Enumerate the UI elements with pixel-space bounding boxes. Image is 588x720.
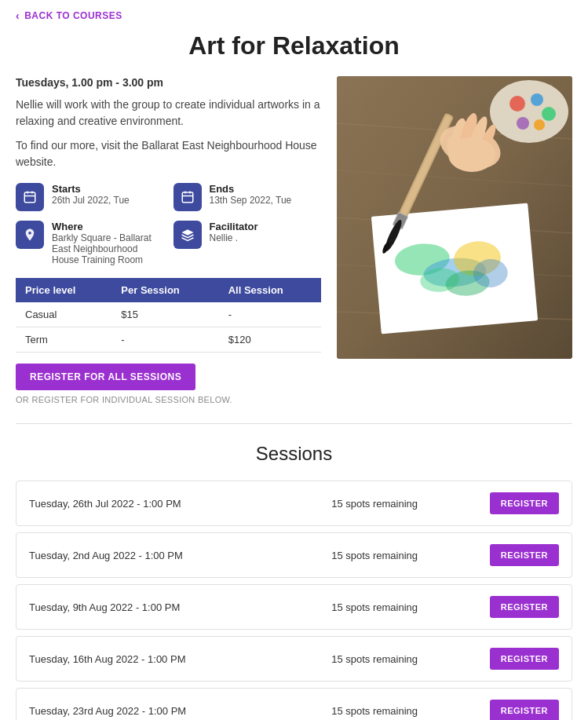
register-session-button[interactable]: REGISTER [490,648,559,670]
ends-label: Ends [210,183,292,195]
back-to-courses-link[interactable]: ‹ BACK TO COURSES [0,0,588,31]
location-icon [16,221,44,249]
where-value: Barkly Square - Ballarat East Neighbourh… [52,232,164,265]
sessions-title: Sessions [16,443,572,465]
facilitator-value: Nellie . [210,232,258,243]
session-row: Tuesday, 9th Aug 2022 - 1:00 PM15 spots … [16,584,572,630]
register-hint: OR REGISTER FOR INDIVIDUAL SESSION BELOW… [16,395,321,404]
session-spots: 15 spots remaining [259,498,489,510]
session-spots: 15 spots remaining [259,705,489,717]
facilitator-icon [173,221,202,249]
price-row-casual: Casual $15 - [16,302,321,327]
price-table: Price level Per Session All Session Casu… [16,278,321,353]
facilitator-label: Facilitator [210,221,258,232]
session-spots: 15 spots remaining [259,550,489,561]
svg-point-19 [531,93,543,106]
svg-point-18 [509,96,525,111]
session-date: Tuesday, 23rd Aug 2022 - 1:00 PM [29,705,259,717]
top-section: Tuesdays, 1.00 pm - 3.00 pm Nellie will … [16,76,572,404]
session-date: Tuesday, 2nd Aug 2022 - 1:00 PM [29,550,259,561]
register-all-button[interactable]: REGISTER FOR ALL SESSIONS [16,364,195,390]
session-date: Tuesday, 16th Aug 2022 - 1:00 PM [29,653,259,665]
calendar-icon-ends [173,183,202,211]
price-all-session-term: $120 [219,327,321,353]
course-info: Tuesdays, 1.00 pm - 3.00 pm Nellie will … [16,76,321,404]
price-col-header-level: Price level [16,278,111,302]
price-level-casual: Casual [16,302,111,327]
detail-where: Where Barkly Square - Ballarat East Neig… [16,221,164,265]
course-image [337,76,572,359]
where-label: Where [52,221,164,232]
svg-rect-4 [182,192,193,203]
calendar-icon-starts [16,183,44,211]
svg-point-22 [517,117,529,130]
price-row-term: Term - $120 [16,327,321,353]
svg-point-42 [448,137,495,172]
price-per-session-casual: $15 [111,302,218,327]
register-session-button[interactable]: REGISTER [490,492,559,514]
page-title: Art for Relaxation [16,31,572,60]
starts-label: Starts [52,183,130,195]
starts-value: 26th Jul 2022, Tue [52,195,130,206]
session-date: Tuesday, 9th Aug 2022 - 1:00 PM [29,601,259,613]
schedule-text: Tuesdays, 1.00 pm - 3.00 pm [16,76,321,89]
detail-starts: Starts 26th Jul 2022, Tue [16,183,164,211]
session-spots: 15 spots remaining [259,601,489,613]
info-link-text: To find our more, visit the Ballarat Eas… [16,137,321,170]
price-per-session-term: - [111,327,218,353]
back-link-label: BACK TO COURSES [24,10,122,21]
svg-point-20 [542,107,556,121]
ends-value: 13th Sep 2022, Tue [210,195,292,206]
session-row: Tuesday, 16th Aug 2022 - 1:00 PM15 spots… [16,636,572,682]
svg-rect-0 [24,192,35,203]
detail-facilitator: Facilitator Nellie . [173,221,322,265]
session-date: Tuesday, 26th Jul 2022 - 1:00 PM [29,498,259,510]
register-session-button[interactable]: REGISTER [490,544,559,566]
sessions-list: Tuesday, 26th Jul 2022 - 1:00 PM15 spots… [16,481,572,720]
session-spots: 15 spots remaining [259,653,489,665]
session-row: Tuesday, 26th Jul 2022 - 1:00 PM15 spots… [16,481,572,526]
details-grid: Starts 26th Jul 2022, Tue [16,183,321,265]
session-row: Tuesday, 23rd Aug 2022 - 1:00 PM15 spots… [16,688,572,720]
svg-point-21 [534,119,545,130]
chevron-left-icon: ‹ [16,9,20,22]
svg-point-17 [490,80,568,143]
svg-point-9 [28,232,31,235]
course-description: Nellie will work with the group to creat… [16,97,321,130]
price-level-term: Term [16,327,111,353]
register-session-button[interactable]: REGISTER [490,596,559,618]
detail-ends: Ends 13th Sep 2022, Tue [173,183,322,211]
divider [16,423,572,424]
session-row: Tuesday, 2nd Aug 2022 - 1:00 PM15 spots … [16,532,572,578]
price-all-session-casual: - [219,302,321,327]
price-col-header-per-session: Per Session [111,278,218,302]
register-session-button[interactable]: REGISTER [490,700,559,720]
price-col-header-all-session: All Session [219,278,321,302]
